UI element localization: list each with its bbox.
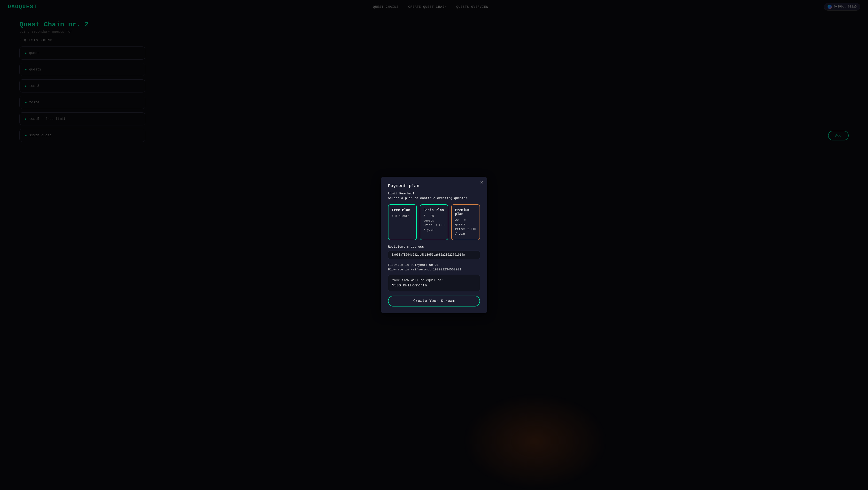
modal-title: Payment plan [388, 184, 480, 188]
flowrate-second-label: Flowrate in wei/second: [388, 268, 431, 271]
modal-overlay: ✕ Payment plan Limit Reached! Select a p… [0, 0, 868, 490]
flow-result-value: $500 DFlIx/month [392, 284, 476, 288]
premium-plan-name: Premium plan [455, 208, 476, 216]
close-button[interactable]: ✕ [480, 180, 484, 185]
flow-result-title: Your flow will be equal to: [392, 279, 476, 282]
basic-plan-detail: 5 - 20 quests Price: 1 ETH / year [424, 214, 445, 233]
flow-result-box: Your flow will be equal to: $500 DFlIx/m… [388, 275, 480, 291]
plan-card-premium[interactable]: Premium plan 20 - ∞ quests Price: 2 ETH … [451, 204, 480, 240]
payment-modal: ✕ Payment plan Limit Reached! Select a p… [381, 177, 487, 314]
recipient-address-input[interactable] [388, 251, 480, 259]
flow-unit: DFlIx/month [403, 284, 427, 288]
plan-card-free[interactable]: Free Plan > 5 quests [388, 204, 417, 240]
select-plan-text: Select a plan to continue creating quest… [388, 196, 480, 200]
plan-card-basic[interactable]: Basic Plan 5 - 20 quests Price: 1 ETH / … [420, 204, 448, 240]
recipient-label: Recipient's address [388, 245, 480, 249]
free-plan-detail: > 5 quests [392, 214, 413, 219]
flow-amount: $500 [392, 284, 401, 288]
premium-plan-detail: 20 - ∞ quests Price: 2 ETH / year [455, 218, 476, 236]
create-stream-button[interactable]: Create Your Stream [388, 296, 480, 306]
flowrate-year-value: 6e+21 [429, 263, 439, 267]
free-plan-name: Free Plan [392, 208, 413, 212]
plan-cards: Free Plan > 5 quests Basic Plan 5 - 20 q… [388, 204, 480, 240]
limit-reached-text: Limit Reached! [388, 192, 480, 195]
flowrate-year-row: Flowrate in wei/year: 6e+21 [388, 263, 480, 267]
basic-plan-name: Basic Plan [424, 208, 445, 212]
flowrate-second-row: Flowrate in wei/second: 192901234567901 [388, 268, 480, 271]
flowrate-second-value: 192901234567901 [433, 268, 461, 271]
flowrate-year-label: Flowrate in wei/year: [388, 263, 428, 267]
